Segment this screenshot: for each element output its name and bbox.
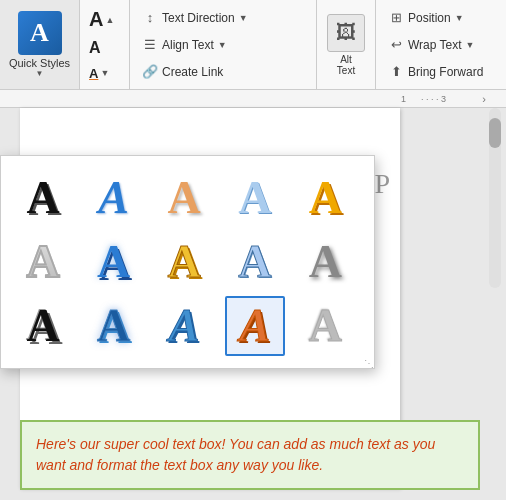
- position-button[interactable]: ⊞ Position ▼: [384, 8, 498, 28]
- scrollbar[interactable]: [489, 108, 501, 288]
- alt-text-button[interactable]: AltText: [317, 0, 376, 89]
- create-link-label: Create Link: [162, 65, 223, 79]
- green-textbox[interactable]: Here's our super cool text box! You can …: [20, 420, 480, 490]
- ruler: 1 · · · · 3 ›: [0, 90, 506, 108]
- style-letter-3: A: [168, 175, 201, 221]
- style-letter-8: A: [168, 239, 201, 285]
- text-direction-button[interactable]: ↕ Text Direction ▼: [138, 8, 308, 28]
- text-direction-icon: ↕: [142, 10, 158, 26]
- align-text-arrow: ▼: [218, 40, 227, 50]
- style-item-5[interactable]: A: [295, 168, 355, 228]
- style-letter-10: A: [309, 239, 342, 285]
- style-letter-6: A: [26, 239, 59, 285]
- font-medium-a: A: [89, 39, 101, 57]
- alt-text-icon: [327, 14, 365, 52]
- wrap-text-icon: ↩: [388, 37, 404, 53]
- wrap-text-arrow: ▼: [466, 40, 475, 50]
- style-item-11[interactable]: A: [13, 296, 73, 356]
- style-item-2[interactable]: A: [84, 168, 144, 228]
- style-letter-4: A: [238, 175, 271, 221]
- font-up-icon: ▲: [105, 15, 114, 25]
- style-item-10[interactable]: A: [295, 232, 355, 292]
- scrollbar-thumb[interactable]: [489, 118, 501, 148]
- text-direction-arrow: ▼: [239, 13, 248, 23]
- resize-handle: ⋱: [364, 358, 372, 366]
- ruler-mark-1: 1: [401, 94, 406, 104]
- toolbar: Quick Styles ▼ A ▲ A A ▼ ↕ Text Directio…: [0, 0, 506, 90]
- font-medium-button[interactable]: A: [86, 38, 123, 58]
- style-letter-12: A: [97, 303, 130, 349]
- font-decrease-button[interactable]: A ▼: [86, 65, 123, 82]
- quick-styles-popup: A A A A A A A A A: [0, 155, 375, 369]
- style-letter-5: A: [309, 175, 342, 221]
- quick-styles-button[interactable]: Quick Styles ▼: [0, 0, 80, 89]
- main-content: 1 · · · · 3 › gP A A A A A: [0, 90, 506, 500]
- wrap-text-label: Wrap Text: [408, 38, 462, 52]
- style-letter-15: A: [309, 303, 342, 349]
- style-item-1[interactable]: A: [13, 168, 73, 228]
- style-item-14[interactable]: A: [225, 296, 285, 356]
- style-letter-7: A: [97, 239, 130, 285]
- middle-toolbar: ↕ Text Direction ▼ ☰ Align Text ▼ 🔗 Crea…: [130, 0, 317, 89]
- wrap-text-button[interactable]: ↩ Wrap Text ▼: [384, 35, 498, 55]
- right-toolbar: ⊞ Position ▼ ↩ Wrap Text ▼ ⬆ Bring Forwa…: [376, 0, 506, 89]
- font-section: A ▲ A A ▼: [80, 0, 130, 89]
- style-item-15[interactable]: A: [295, 296, 355, 356]
- align-text-label: Align Text: [162, 38, 214, 52]
- style-item-6[interactable]: A: [13, 232, 73, 292]
- align-text-button[interactable]: ☰ Align Text ▼: [138, 35, 308, 55]
- font-large-a: A: [89, 8, 103, 31]
- position-arrow: ▼: [455, 13, 464, 23]
- quick-styles-icon: [18, 11, 62, 55]
- textbox-content: Here's our super cool text box! You can …: [36, 436, 435, 473]
- style-item-9[interactable]: A: [225, 232, 285, 292]
- style-letter-14: A: [239, 303, 270, 349]
- style-letter-9: A: [238, 239, 271, 285]
- text-direction-label: Text Direction: [162, 11, 235, 25]
- font-small-a: A: [89, 66, 98, 81]
- create-link-button[interactable]: 🔗 Create Link: [138, 62, 308, 82]
- ruler-mark-2: · · · · 3: [421, 94, 446, 104]
- style-letter-13: A: [169, 303, 200, 349]
- bring-forward-label: Bring Forward: [408, 65, 483, 79]
- style-letter-2: A: [98, 175, 129, 221]
- styles-grid: A A A A A A A A A: [9, 164, 366, 360]
- alt-text-label: AltText: [337, 54, 355, 76]
- style-item-4[interactable]: A: [225, 168, 285, 228]
- font-increase-button[interactable]: A ▲: [86, 7, 123, 32]
- quick-styles-label: Quick Styles: [9, 57, 70, 69]
- font-down-icon: ▼: [100, 68, 109, 78]
- align-text-icon: ☰: [142, 37, 158, 53]
- quick-styles-arrow: ▼: [36, 69, 44, 78]
- style-letter-11: A: [26, 303, 59, 349]
- bring-forward-button[interactable]: ⬆ Bring Forward: [384, 62, 498, 82]
- position-icon: ⊞: [388, 10, 404, 26]
- style-item-12[interactable]: A: [84, 296, 144, 356]
- style-letter-1: A: [26, 175, 59, 221]
- style-item-7[interactable]: A: [84, 232, 144, 292]
- style-item-13[interactable]: A: [154, 296, 214, 356]
- bring-forward-icon: ⬆: [388, 64, 404, 80]
- position-label: Position: [408, 11, 451, 25]
- ruler-arrow: ›: [482, 93, 486, 105]
- style-item-3[interactable]: A: [154, 168, 214, 228]
- link-icon: 🔗: [142, 64, 158, 80]
- style-item-8[interactable]: A: [154, 232, 214, 292]
